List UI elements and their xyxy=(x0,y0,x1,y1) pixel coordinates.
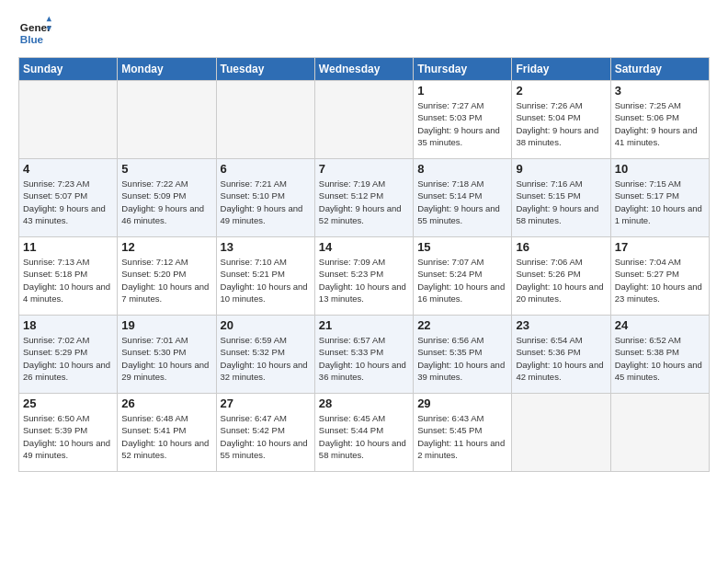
calendar-header-thursday: Thursday xyxy=(414,58,512,81)
calendar-header-wednesday: Wednesday xyxy=(314,58,413,81)
day-info: Sunrise: 7:07 AM Sunset: 5:24 PM Dayligh… xyxy=(417,256,507,304)
day-number: 3 xyxy=(615,84,705,98)
day-number: 23 xyxy=(516,318,606,332)
day-info: Sunrise: 6:47 AM Sunset: 5:42 PM Dayligh… xyxy=(221,412,311,461)
calendar-cell: 13Sunrise: 7:10 AM Sunset: 5:21 PM Dayli… xyxy=(216,237,314,316)
svg-text:General: General xyxy=(20,21,51,33)
day-info: Sunrise: 7:25 AM Sunset: 5:06 PM Dayligh… xyxy=(615,99,705,148)
calendar-cell: 16Sunrise: 7:06 AM Sunset: 5:26 PM Dayli… xyxy=(512,237,610,316)
day-info: Sunrise: 6:57 AM Sunset: 5:33 PM Dayligh… xyxy=(319,334,409,383)
calendar-cell: 3Sunrise: 7:25 AM Sunset: 5:06 PM Daylig… xyxy=(610,81,709,159)
day-number: 7 xyxy=(319,162,409,176)
calendar-cell: 6Sunrise: 7:21 AM Sunset: 5:10 PM Daylig… xyxy=(216,159,314,237)
day-number: 5 xyxy=(121,162,211,176)
logo: General Blue xyxy=(18,15,55,48)
day-number: 22 xyxy=(417,318,507,332)
calendar-cell: 18Sunrise: 7:02 AM Sunset: 5:29 PM Dayli… xyxy=(19,316,118,394)
calendar-week-row: 18Sunrise: 7:02 AM Sunset: 5:29 PM Dayli… xyxy=(19,316,710,394)
day-number: 26 xyxy=(121,396,211,410)
day-number: 8 xyxy=(417,162,507,176)
calendar-cell xyxy=(19,81,118,159)
calendar-cell: 20Sunrise: 6:59 AM Sunset: 5:32 PM Dayli… xyxy=(216,316,314,394)
calendar-cell: 27Sunrise: 6:47 AM Sunset: 5:42 PM Dayli… xyxy=(216,394,314,472)
calendar-cell: 8Sunrise: 7:18 AM Sunset: 5:14 PM Daylig… xyxy=(414,159,512,237)
header: General Blue xyxy=(18,15,710,48)
calendar-cell: 14Sunrise: 7:09 AM Sunset: 5:23 PM Dayli… xyxy=(314,237,413,316)
day-info: Sunrise: 6:56 AM Sunset: 5:35 PM Dayligh… xyxy=(417,334,507,383)
day-info: Sunrise: 7:09 AM Sunset: 5:23 PM Dayligh… xyxy=(319,256,409,304)
day-number: 29 xyxy=(417,396,507,410)
day-number: 13 xyxy=(221,240,311,254)
day-number: 12 xyxy=(121,240,211,254)
day-number: 6 xyxy=(221,162,311,176)
day-number: 1 xyxy=(417,84,507,98)
day-number: 27 xyxy=(221,396,311,410)
day-info: Sunrise: 6:54 AM Sunset: 5:36 PM Dayligh… xyxy=(516,334,606,383)
day-number: 28 xyxy=(319,396,409,410)
day-info: Sunrise: 7:15 AM Sunset: 5:17 PM Dayligh… xyxy=(615,178,705,226)
day-info: Sunrise: 6:50 AM Sunset: 5:39 PM Dayligh… xyxy=(23,412,113,461)
day-info: Sunrise: 6:59 AM Sunset: 5:32 PM Dayligh… xyxy=(221,334,311,383)
calendar-cell: 4Sunrise: 7:23 AM Sunset: 5:07 PM Daylig… xyxy=(19,159,118,237)
day-number: 17 xyxy=(615,240,705,254)
calendar-cell: 15Sunrise: 7:07 AM Sunset: 5:24 PM Dayli… xyxy=(414,237,512,316)
day-number: 9 xyxy=(516,162,606,176)
day-info: Sunrise: 7:10 AM Sunset: 5:21 PM Dayligh… xyxy=(221,256,311,304)
calendar-cell: 19Sunrise: 7:01 AM Sunset: 5:30 PM Dayli… xyxy=(118,316,216,394)
calendar-cell: 7Sunrise: 7:19 AM Sunset: 5:12 PM Daylig… xyxy=(314,159,413,237)
day-info: Sunrise: 7:21 AM Sunset: 5:10 PM Dayligh… xyxy=(221,178,311,226)
day-info: Sunrise: 7:22 AM Sunset: 5:09 PM Dayligh… xyxy=(121,178,211,226)
calendar: SundayMondayTuesdayWednesdayThursdayFrid… xyxy=(18,57,710,472)
calendar-header-row: SundayMondayTuesdayWednesdayThursdayFrid… xyxy=(19,58,710,81)
calendar-cell: 26Sunrise: 6:48 AM Sunset: 5:41 PM Dayli… xyxy=(118,394,216,472)
day-info: Sunrise: 6:48 AM Sunset: 5:41 PM Dayligh… xyxy=(121,412,211,461)
day-info: Sunrise: 7:18 AM Sunset: 5:14 PM Dayligh… xyxy=(417,178,507,226)
page: General Blue SundayMondayTuesdayWednesda… xyxy=(0,0,728,563)
day-info: Sunrise: 7:16 AM Sunset: 5:15 PM Dayligh… xyxy=(516,178,606,226)
day-info: Sunrise: 7:13 AM Sunset: 5:18 PM Dayligh… xyxy=(23,256,113,304)
day-number: 2 xyxy=(516,84,606,98)
calendar-cell xyxy=(216,81,314,159)
calendar-cell: 17Sunrise: 7:04 AM Sunset: 5:27 PM Dayli… xyxy=(610,237,709,316)
day-info: Sunrise: 7:26 AM Sunset: 5:04 PM Dayligh… xyxy=(516,99,606,148)
svg-text:Blue: Blue xyxy=(20,33,44,45)
day-number: 21 xyxy=(319,318,409,332)
day-number: 18 xyxy=(23,318,113,332)
day-number: 16 xyxy=(516,240,606,254)
day-number: 11 xyxy=(23,240,113,254)
calendar-cell xyxy=(314,81,413,159)
calendar-cell: 23Sunrise: 6:54 AM Sunset: 5:36 PM Dayli… xyxy=(512,316,610,394)
day-info: Sunrise: 6:52 AM Sunset: 5:38 PM Dayligh… xyxy=(615,334,705,383)
calendar-header-sunday: Sunday xyxy=(19,58,118,81)
calendar-cell: 1Sunrise: 7:27 AM Sunset: 5:03 PM Daylig… xyxy=(414,81,512,159)
day-info: Sunrise: 6:43 AM Sunset: 5:45 PM Dayligh… xyxy=(417,412,507,461)
day-info: Sunrise: 7:02 AM Sunset: 5:29 PM Dayligh… xyxy=(23,334,113,383)
calendar-cell: 24Sunrise: 6:52 AM Sunset: 5:38 PM Dayli… xyxy=(610,316,709,394)
logo-icon: General Blue xyxy=(18,15,51,48)
day-number: 24 xyxy=(615,318,705,332)
calendar-cell: 29Sunrise: 6:43 AM Sunset: 5:45 PM Dayli… xyxy=(414,394,512,472)
day-number: 19 xyxy=(121,318,211,332)
calendar-header-tuesday: Tuesday xyxy=(216,58,314,81)
calendar-week-row: 1Sunrise: 7:27 AM Sunset: 5:03 PM Daylig… xyxy=(19,81,710,159)
calendar-cell xyxy=(118,81,216,159)
calendar-header-monday: Monday xyxy=(118,58,216,81)
day-number: 4 xyxy=(23,162,113,176)
calendar-cell: 25Sunrise: 6:50 AM Sunset: 5:39 PM Dayli… xyxy=(19,394,118,472)
day-number: 15 xyxy=(417,240,507,254)
day-info: Sunrise: 7:12 AM Sunset: 5:20 PM Dayligh… xyxy=(121,256,211,304)
calendar-week-row: 25Sunrise: 6:50 AM Sunset: 5:39 PM Dayli… xyxy=(19,394,710,472)
day-info: Sunrise: 7:06 AM Sunset: 5:26 PM Dayligh… xyxy=(516,256,606,304)
day-info: Sunrise: 7:23 AM Sunset: 5:07 PM Dayligh… xyxy=(23,178,113,226)
svg-marker-2 xyxy=(47,17,51,21)
day-number: 14 xyxy=(319,240,409,254)
calendar-week-row: 11Sunrise: 7:13 AM Sunset: 5:18 PM Dayli… xyxy=(19,237,710,316)
day-number: 25 xyxy=(23,396,113,410)
calendar-cell: 9Sunrise: 7:16 AM Sunset: 5:15 PM Daylig… xyxy=(512,159,610,237)
calendar-cell xyxy=(610,394,709,472)
calendar-week-row: 4Sunrise: 7:23 AM Sunset: 5:07 PM Daylig… xyxy=(19,159,710,237)
day-number: 10 xyxy=(615,162,705,176)
day-number: 20 xyxy=(221,318,311,332)
day-info: Sunrise: 7:04 AM Sunset: 5:27 PM Dayligh… xyxy=(615,256,705,304)
calendar-header-friday: Friday xyxy=(512,58,610,81)
